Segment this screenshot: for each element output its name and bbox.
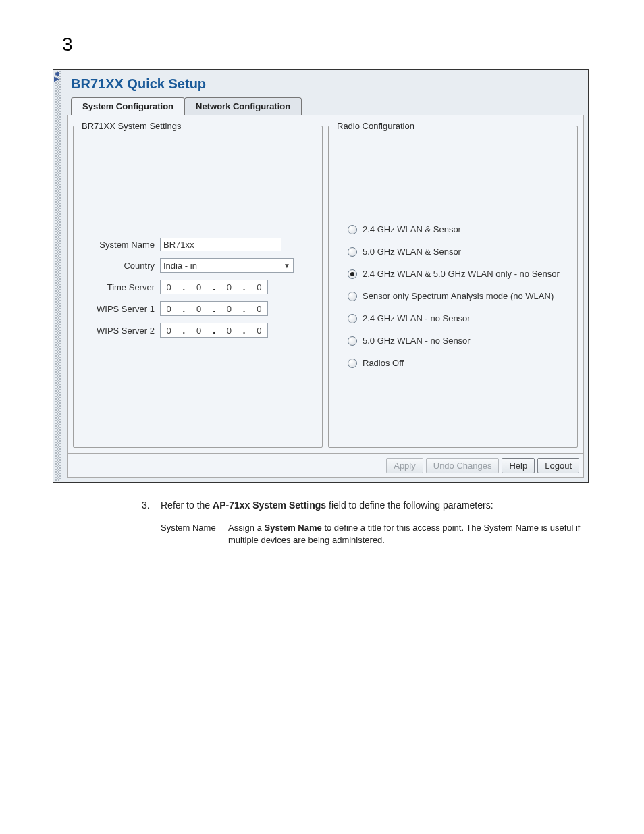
label-system-name: System Name bbox=[79, 240, 160, 250]
radio-config-legend: Radio Configuration bbox=[334, 121, 417, 131]
radio-icon bbox=[348, 269, 357, 279]
page-number: 3 bbox=[62, 34, 644, 55]
radio-label: 2.4 GHz WLAN & Sensor bbox=[363, 224, 461, 234]
system-settings-fieldset: BR71XX System Settings System Name Count… bbox=[73, 121, 323, 448]
label-wips1: WIPS Server 1 bbox=[79, 304, 160, 314]
input-time-server-ip[interactable]: 0. 0. 0. 0 bbox=[160, 280, 268, 294]
radio-icon bbox=[348, 314, 357, 323]
label-country: Country bbox=[79, 261, 160, 271]
radio-label: Radios Off bbox=[363, 358, 404, 368]
radio-label: 2.4 GHz WLAN - no Sensor bbox=[363, 313, 471, 323]
radio-icon bbox=[348, 247, 357, 257]
radio-label: 5.0 GHz WLAN & Sensor bbox=[363, 246, 461, 257]
input-wips2-ip[interactable]: 0. 0. 0. 0 bbox=[160, 323, 268, 338]
page-title: BR71XX Quick Setup bbox=[67, 74, 584, 97]
input-wips1-ip[interactable]: 0. 0. 0. 0 bbox=[160, 301, 268, 316]
radio-label: Sensor only Spectrum Analysis mode (no W… bbox=[363, 291, 554, 301]
radio-option[interactable]: 2.4 GHz WLAN & Sensor bbox=[348, 224, 572, 234]
tab-bar: System Configuration Network Configurati… bbox=[67, 97, 584, 115]
chevron-down-icon: ▼ bbox=[281, 262, 293, 269]
doc-step-number: 3. bbox=[142, 499, 161, 546]
apply-button[interactable]: Apply bbox=[386, 458, 423, 473]
tab-system-configuration[interactable]: System Configuration bbox=[71, 97, 185, 115]
radio-icon bbox=[348, 225, 357, 234]
input-system-name[interactable] bbox=[160, 238, 281, 251]
row-wips1: WIPS Server 1 0. 0. 0. 0 bbox=[79, 301, 317, 316]
select-country-value: India - in bbox=[161, 261, 281, 271]
row-wips2: WIPS Server 2 0. 0. 0. 0 bbox=[79, 323, 317, 338]
doc-row-desc: Assign a System Name to define a title f… bbox=[228, 522, 581, 546]
radio-icon bbox=[348, 292, 357, 301]
app-window: ◀▶ BR71XX Quick Setup System Configurati… bbox=[53, 69, 589, 483]
label-wips2: WIPS Server 2 bbox=[79, 325, 160, 336]
row-time-server: Time Server 0. 0. 0. 0 bbox=[79, 280, 317, 294]
collapse-arrow-icon: ◀▶ bbox=[54, 71, 59, 82]
button-bar: Apply Undo Changes Help Logout bbox=[67, 454, 584, 478]
doc-text: 3. Refer to the AP-71xx System Settings … bbox=[142, 499, 581, 546]
radio-icon bbox=[348, 336, 357, 346]
label-time-server: Time Server bbox=[79, 282, 160, 292]
undo-changes-button[interactable]: Undo Changes bbox=[426, 458, 500, 473]
radio-label: 2.4 GHz WLAN & 5.0 GHz WLAN only - no Se… bbox=[363, 269, 560, 279]
doc-row-label: System Name bbox=[161, 522, 228, 546]
radio-option[interactable]: 2.4 GHz WLAN - no Sensor bbox=[348, 313, 572, 323]
drag-handle[interactable]: ◀▶ bbox=[55, 71, 61, 481]
radio-label: 5.0 GHz WLAN - no Sensor bbox=[363, 336, 471, 346]
panel-body: BR71XX System Settings System Name Count… bbox=[67, 115, 584, 454]
radio-option[interactable]: 5.0 GHz WLAN - no Sensor bbox=[348, 336, 572, 346]
row-system-name: System Name bbox=[79, 238, 317, 251]
system-settings-legend: BR71XX System Settings bbox=[79, 121, 184, 131]
radio-option[interactable]: 2.4 GHz WLAN & 5.0 GHz WLAN only - no Se… bbox=[348, 269, 572, 279]
doc-step-body: Refer to the AP-71xx System Settings fie… bbox=[161, 499, 581, 546]
logout-button[interactable]: Logout bbox=[537, 458, 579, 473]
tab-network-configuration[interactable]: Network Configuration bbox=[184, 97, 302, 115]
select-country[interactable]: India - in ▼ bbox=[160, 258, 294, 273]
radio-option[interactable]: 5.0 GHz WLAN & Sensor bbox=[348, 246, 572, 257]
radio-option[interactable]: Sensor only Spectrum Analysis mode (no W… bbox=[348, 291, 572, 301]
radio-config-fieldset: Radio Configuration 2.4 GHz WLAN & Senso… bbox=[328, 121, 578, 448]
radio-option[interactable]: Radios Off bbox=[348, 358, 572, 368]
radio-icon bbox=[348, 359, 357, 368]
help-button[interactable]: Help bbox=[502, 458, 535, 473]
row-country: Country India - in ▼ bbox=[79, 258, 317, 273]
